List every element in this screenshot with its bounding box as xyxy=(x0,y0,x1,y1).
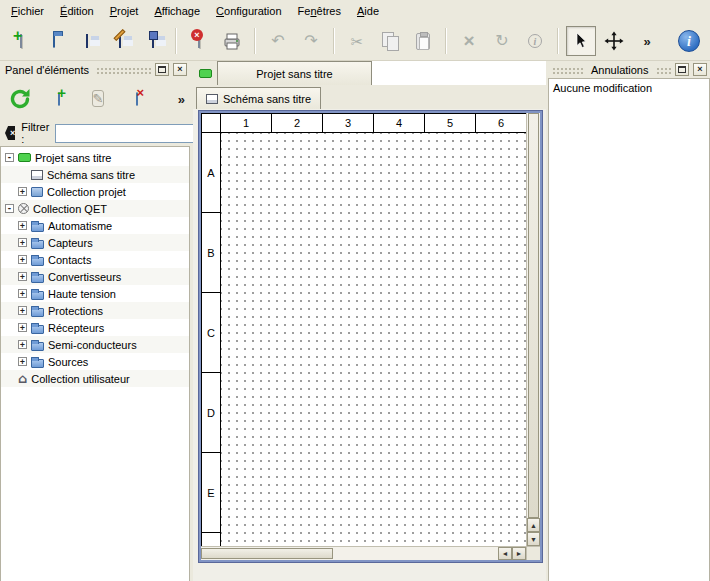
save-all-button[interactable] xyxy=(138,26,168,56)
tree-item-label: Collection projet xyxy=(47,186,126,198)
tree-item-projet-sans-titre[interactable]: -Projet sans titre xyxy=(1,149,189,166)
horizontal-scrollbar-thumb[interactable] xyxy=(201,548,333,559)
tree-item-haute-tension[interactable]: +Haute tension xyxy=(1,285,189,302)
expander-icon[interactable]: + xyxy=(18,187,27,196)
float-panel-button[interactable] xyxy=(155,63,169,76)
expander-icon[interactable]: + xyxy=(18,272,27,281)
pan-mode-button[interactable] xyxy=(599,26,629,56)
scroll-left-button[interactable]: ◄ xyxy=(498,547,512,560)
tree-item-capteurs[interactable]: +Capteurs xyxy=(1,234,189,251)
menu-projet[interactable]: Projet xyxy=(102,2,147,20)
element-infos-button[interactable]: i xyxy=(520,26,550,56)
close-project-button[interactable]: × xyxy=(184,26,214,56)
close-panel-button[interactable]: × xyxy=(173,63,187,76)
select-mode-button[interactable] xyxy=(566,26,596,56)
rotate-button[interactable]: ↻ xyxy=(487,26,517,56)
reload-collections-button[interactable] xyxy=(5,84,35,114)
paste-button[interactable] xyxy=(408,26,438,56)
menu-label: rojet xyxy=(117,5,138,17)
expander-icon[interactable]: + xyxy=(18,357,27,366)
tree-item-collection-qet[interactable]: -Collection QET xyxy=(1,200,189,217)
diagram-tabbar: Schéma sans titre xyxy=(193,85,546,109)
redo-button[interactable]: ↷ xyxy=(296,26,326,56)
undo-panel-titlebar[interactable]: Annulations × xyxy=(548,61,710,78)
folder-icon xyxy=(31,359,44,368)
vertical-scrollbar-thumb[interactable] xyxy=(528,113,539,518)
tree-item-label: Sources xyxy=(48,356,88,368)
dock-grip[interactable] xyxy=(551,66,585,74)
menu-aide[interactable]: Aide xyxy=(349,2,387,20)
column-label: 2 xyxy=(272,114,323,132)
scroll-up-button[interactable]: ▲ xyxy=(527,518,540,532)
about-button[interactable]: i xyxy=(674,26,704,56)
new-project-button[interactable]: + xyxy=(6,26,36,56)
tree-item-label: Récepteurs xyxy=(48,322,104,334)
scroll-down-button[interactable]: ▼ xyxy=(527,532,540,546)
tree-item-protections[interactable]: +Protections xyxy=(1,302,189,319)
filter-input[interactable] xyxy=(55,124,205,143)
tab-projet-sans-titre[interactable]: Projet sans titre xyxy=(217,61,372,85)
undo-button[interactable]: ↶ xyxy=(263,26,293,56)
new-element-button[interactable]: + xyxy=(44,84,74,114)
undo-empty-text: Aucune modification xyxy=(553,82,652,94)
expander-icon[interactable]: + xyxy=(18,238,27,247)
plus-badge-icon: + xyxy=(13,29,22,43)
expander-icon[interactable]: - xyxy=(5,204,14,213)
vertical-scrollbar[interactable]: ▲ ▼ xyxy=(526,113,540,546)
expander-icon[interactable]: + xyxy=(18,340,27,349)
tree-item-sources[interactable]: +Sources xyxy=(1,353,189,370)
open-project-button[interactable] xyxy=(39,26,69,56)
undo-history-list[interactable]: Aucune modification xyxy=(548,78,710,581)
tree-item-semi-conducteurs[interactable]: +Semi-conducteurs xyxy=(1,336,189,353)
arrow-left-icon: ◄ xyxy=(502,550,509,557)
expander-icon[interactable]: + xyxy=(18,221,27,230)
schematic-canvas[interactable] xyxy=(221,133,526,546)
redo-icon: ↷ xyxy=(304,33,317,49)
float-panel-button[interactable] xyxy=(675,63,689,76)
elements-panel-title: Panel d'éléments xyxy=(3,64,91,76)
clear-filter-icon[interactable]: × xyxy=(5,126,15,140)
tree-item-collection-projet[interactable]: +Collection projet xyxy=(1,183,189,200)
expander-icon[interactable]: + xyxy=(18,289,27,298)
tree-item-convertisseurs[interactable]: +Convertisseurs xyxy=(1,268,189,285)
edit-element-button[interactable]: ✎ xyxy=(83,84,113,114)
elements-panel-titlebar[interactable]: Panel d'éléments × xyxy=(0,61,190,78)
expander-icon[interactable]: - xyxy=(5,153,14,162)
tree-item-schema-sans-titre[interactable]: Schéma sans titre xyxy=(1,166,189,183)
expander-icon[interactable]: + xyxy=(18,306,27,315)
project-icon xyxy=(199,69,212,78)
cut-button[interactable]: ✂ xyxy=(342,26,372,56)
dock-grip[interactable] xyxy=(655,66,672,74)
tree-item-label: Automatisme xyxy=(48,220,112,232)
delete-element-button[interactable]: × xyxy=(122,84,152,114)
menu-affichage[interactable]: Affichage xyxy=(146,2,208,20)
delete-button[interactable]: × xyxy=(454,26,484,56)
tree-item-label: Haute tension xyxy=(48,288,116,300)
menu-fichier[interactable]: Fichier xyxy=(3,2,52,20)
panel-overflow-button[interactable]: » xyxy=(178,93,185,106)
copy-button[interactable] xyxy=(375,26,405,56)
expander-icon[interactable]: + xyxy=(18,255,27,264)
scroll-right-button[interactable]: ► xyxy=(512,547,526,560)
tree-item-contacts[interactable]: +Contacts xyxy=(1,251,189,268)
dock-grip[interactable] xyxy=(95,66,151,74)
horizontal-scrollbar-track[interactable] xyxy=(333,547,498,560)
save-button[interactable] xyxy=(72,26,102,56)
row-label: D xyxy=(202,373,220,453)
toolbar-separator xyxy=(175,28,177,54)
tree-item-recepteurs[interactable]: +Récepteurs xyxy=(1,319,189,336)
tree-item-automatisme[interactable]: +Automatisme xyxy=(1,217,189,234)
toolbar-overflow-button[interactable]: » xyxy=(632,26,662,56)
menu-fenetres[interactable]: Fenêtres xyxy=(290,2,349,20)
print-button[interactable] xyxy=(217,26,247,56)
expander-icon[interactable]: + xyxy=(18,323,27,332)
menu-configuration[interactable]: Configuration xyxy=(208,2,289,20)
horizontal-scrollbar[interactable]: ◄ ► xyxy=(201,546,526,560)
tree-item-label: Capteurs xyxy=(48,237,93,249)
tab-schema-sans-titre[interactable]: Schéma sans titre xyxy=(196,87,321,109)
arrow-right-icon: ► xyxy=(516,550,523,557)
menu-edition[interactable]: Édition xyxy=(52,2,102,20)
save-as-button[interactable] xyxy=(105,26,135,56)
tree-item-collection-utilisateur[interactable]: ⌂Collection utilisateur xyxy=(1,370,189,387)
close-panel-button[interactable]: × xyxy=(693,63,707,76)
